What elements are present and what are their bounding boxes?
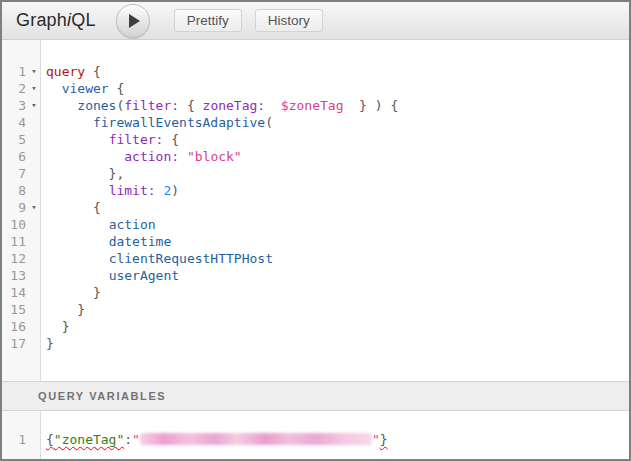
code-text: zones(filter: { zoneTag: $zoneTag } ) { bbox=[42, 97, 398, 114]
code-line-15: 15 } bbox=[2, 301, 629, 318]
fold-gutter-spacer bbox=[26, 148, 42, 165]
line-number: 5 bbox=[2, 131, 26, 148]
fold-chevron-down-icon[interactable]: ▾ bbox=[26, 63, 42, 80]
fold-gutter-spacer bbox=[26, 267, 42, 284]
code-line-5: 5 filter: { bbox=[2, 131, 629, 148]
app-logo: GraphiQL bbox=[16, 10, 96, 31]
code-text: {"zoneTag":""} bbox=[42, 431, 388, 448]
prettify-button[interactable]: Prettify bbox=[174, 9, 242, 32]
query-editor[interactable]: 1▾query {2▾ viewer {3▾ zones(filter: { z… bbox=[2, 40, 629, 381]
token-st: " bbox=[372, 432, 380, 447]
token-at: filter: bbox=[124, 98, 179, 113]
line-number: 10 bbox=[2, 216, 26, 233]
token-pc: } bbox=[380, 432, 388, 447]
execute-query-button[interactable] bbox=[116, 4, 150, 38]
query-code[interactable]: 1▾query {2▾ viewer {3▾ zones(filter: { z… bbox=[2, 40, 629, 352]
code-text: action bbox=[42, 216, 156, 233]
line-number: 13 bbox=[2, 267, 26, 284]
token-kw: query bbox=[46, 64, 85, 79]
line-number: 7 bbox=[2, 165, 26, 182]
token-pc bbox=[46, 234, 109, 249]
code-text: filter: { bbox=[42, 131, 179, 148]
fold-gutter-spacer bbox=[26, 216, 42, 233]
token-pc bbox=[46, 132, 109, 147]
fold-gutter-spacer bbox=[26, 318, 42, 335]
code-line-9: 9▾ { bbox=[2, 199, 629, 216]
code-line-10: 10 action bbox=[2, 216, 629, 233]
fold-gutter-spacer bbox=[26, 165, 42, 182]
code-text: }, bbox=[42, 165, 124, 182]
code-text: } bbox=[42, 284, 101, 301]
toolbar: GraphiQL Prettify History bbox=[2, 2, 629, 40]
history-button[interactable]: History bbox=[255, 9, 323, 32]
token-pc: { bbox=[109, 81, 125, 96]
fold-gutter-spacer bbox=[26, 114, 42, 131]
fold-gutter-spacer bbox=[26, 182, 42, 199]
variables-code[interactable]: 1{"zoneTag":""} bbox=[2, 411, 629, 448]
code-text: { bbox=[42, 199, 101, 216]
token-pc: ( bbox=[265, 115, 273, 130]
fold-chevron-down-icon[interactable]: ▾ bbox=[26, 80, 42, 97]
fold-gutter-spacer bbox=[26, 335, 42, 352]
fold-chevron-down-icon[interactable]: ▾ bbox=[26, 199, 42, 216]
line-number: 1 bbox=[2, 431, 26, 448]
line-number: 2 bbox=[2, 80, 26, 97]
line-number: 1 bbox=[2, 63, 26, 80]
token-pc bbox=[179, 149, 187, 164]
token-pc bbox=[265, 98, 281, 113]
query-variables-header[interactable]: QUERY VARIABLES bbox=[2, 381, 629, 411]
code-text: firewallEventsAdaptive( bbox=[42, 114, 273, 131]
redacted-zone-tag-value bbox=[140, 433, 372, 445]
token-pc bbox=[46, 81, 62, 96]
token-at: limit: bbox=[109, 183, 156, 198]
token-pc bbox=[46, 268, 109, 283]
code-line-7: 7 }, bbox=[2, 165, 629, 182]
token-pc bbox=[46, 183, 109, 198]
code-text: limit: 2) bbox=[42, 182, 179, 199]
code-line-3: 3▾ zones(filter: { zoneTag: $zoneTag } )… bbox=[2, 97, 629, 114]
line-number: 4 bbox=[2, 114, 26, 131]
token-pc: : bbox=[124, 432, 132, 447]
code-text: viewer { bbox=[42, 80, 124, 97]
token-st: " bbox=[132, 432, 140, 447]
token-st: "block" bbox=[187, 149, 242, 164]
code-line-16: 16 } bbox=[2, 318, 629, 335]
token-pc: }, bbox=[46, 166, 124, 181]
code-text: clientRequestHTTPHost bbox=[42, 250, 273, 267]
code-line-8: 8 limit: 2) bbox=[2, 182, 629, 199]
code-line-12: 12 clientRequestHTTPHost bbox=[2, 250, 629, 267]
query-variables-title: QUERY VARIABLES bbox=[38, 390, 166, 402]
token-pc: { bbox=[46, 432, 54, 447]
code-line-14: 14 } bbox=[2, 284, 629, 301]
fold-gutter-spacer bbox=[26, 233, 42, 250]
token-pc: { bbox=[163, 132, 179, 147]
code-text: action: "block" bbox=[42, 148, 242, 165]
token-fd: viewer bbox=[62, 81, 109, 96]
code-text: } bbox=[42, 301, 85, 318]
line-number: 12 bbox=[2, 250, 26, 267]
token-at: zoneTag: bbox=[203, 98, 266, 113]
token-fd: action bbox=[109, 217, 156, 232]
play-icon bbox=[129, 14, 140, 28]
fold-gutter-spacer bbox=[26, 431, 42, 448]
token-pc bbox=[46, 251, 109, 266]
token-pc: } bbox=[46, 336, 54, 351]
fold-gutter-spacer bbox=[26, 284, 42, 301]
line-number: 16 bbox=[2, 318, 26, 335]
variables-editor[interactable]: 1{"zoneTag":""} bbox=[2, 411, 629, 459]
token-pc: } bbox=[46, 302, 85, 317]
token-pc: } bbox=[46, 319, 69, 334]
graphiql-app: GraphiQL Prettify History 1▾query {2▾ vi… bbox=[0, 0, 631, 461]
fold-gutter-spacer bbox=[26, 301, 42, 318]
token-pc: { bbox=[85, 64, 101, 79]
code-line-11: 11 datetime bbox=[2, 233, 629, 250]
fold-chevron-down-icon[interactable]: ▾ bbox=[26, 97, 42, 114]
code-line-1: 1{"zoneTag":""} bbox=[2, 431, 629, 448]
logo-text-post: QL bbox=[71, 10, 95, 30]
line-number: 15 bbox=[2, 301, 26, 318]
token-at: action: bbox=[124, 149, 179, 164]
line-number: 3 bbox=[2, 97, 26, 114]
token-pc: } ) { bbox=[343, 98, 398, 113]
line-number: 6 bbox=[2, 148, 26, 165]
code-text: userAgent bbox=[42, 267, 179, 284]
